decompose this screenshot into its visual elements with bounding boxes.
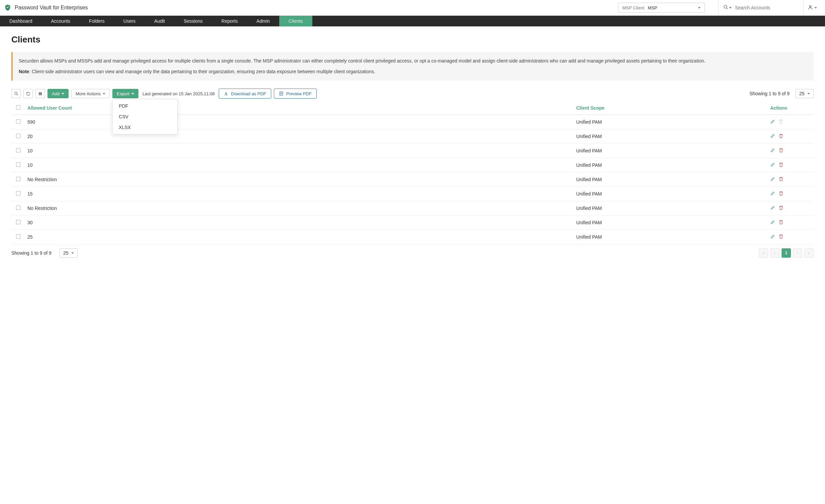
edit-icon[interactable] (770, 205, 775, 211)
header-search[interactable] (718, 0, 804, 16)
user-icon (808, 5, 813, 11)
edit-icon[interactable] (770, 119, 775, 125)
app-title: Password Vault for Enterprises (15, 5, 88, 11)
svg-point-0 (724, 5, 727, 8)
page-size-value: 25 (799, 91, 805, 96)
cell-count: 25 (24, 230, 573, 244)
info-text-1: Securden allows MSPs and MSSPs add and m… (19, 58, 808, 65)
preview-icon (279, 91, 284, 96)
chevron-down-icon (729, 7, 732, 9)
edit-icon[interactable] (770, 220, 775, 226)
add-button[interactable]: Add (48, 89, 69, 98)
chevron-down-icon (71, 252, 74, 254)
export-button[interactable]: Export (112, 89, 138, 98)
table-row: 30Unified PAM (11, 216, 814, 230)
info-banner: Securden allows MSPs and MSSPs add and m… (11, 52, 814, 81)
delete-icon[interactable] (778, 176, 783, 182)
row-checkbox[interactable] (16, 148, 20, 152)
more-actions-label: More Actions (76, 91, 101, 96)
msp-client-label: MSP Client: (622, 5, 645, 10)
page-size-selector-top[interactable]: 25 (796, 89, 814, 98)
svg-line-1 (726, 8, 728, 9)
chevron-down-icon (698, 7, 700, 9)
export-option-pdf[interactable]: PDF (113, 101, 177, 111)
download-icon (224, 91, 228, 96)
page-last-button[interactable]: » (804, 248, 814, 258)
select-all-checkbox[interactable] (16, 105, 20, 110)
edit-icon[interactable] (770, 148, 775, 154)
download-pdf-label: Download as PDF (231, 91, 266, 96)
col-header-count[interactable]: Allowed User Count (24, 101, 573, 115)
nav-item-admin[interactable]: Admin (247, 16, 279, 26)
page-size-value: 25 (63, 250, 69, 256)
row-checkbox[interactable] (16, 220, 20, 224)
nav-item-accounts[interactable]: Accounts (42, 16, 80, 26)
cell-count: No Restriction (24, 172, 573, 187)
preview-pdf-button[interactable]: Preview PDF (274, 89, 317, 99)
delete-icon[interactable] (778, 148, 783, 154)
nav-item-clients[interactable]: Clients (279, 16, 312, 26)
row-checkbox[interactable] (16, 205, 20, 210)
search-input[interactable] (735, 5, 799, 10)
nav-item-dashboard[interactable]: Dashboard (0, 16, 42, 26)
user-menu[interactable] (804, 0, 821, 16)
edit-icon[interactable] (770, 234, 775, 240)
delete-icon[interactable] (778, 205, 783, 211)
row-checkbox[interactable] (16, 162, 20, 167)
cell-scope: Unified PAM (573, 115, 767, 129)
msp-client-selector[interactable]: MSP Client: MSP (618, 3, 705, 13)
table-toolbar: Add More Actions Export PDFCSVXLSX Last … (11, 89, 814, 99)
delete-icon[interactable] (778, 162, 783, 168)
export-option-xlsx[interactable]: XLSX (113, 122, 177, 133)
cell-count: 10 (24, 158, 573, 172)
page-number-button[interactable]: 1 (781, 248, 791, 258)
row-checkbox[interactable] (16, 177, 20, 181)
edit-icon[interactable] (770, 133, 775, 139)
refresh-button[interactable] (23, 89, 33, 98)
cell-scope: Unified PAM (573, 201, 767, 216)
delete-icon (778, 119, 783, 125)
more-actions-button[interactable]: More Actions (71, 89, 110, 98)
page-first-button[interactable]: « (759, 248, 768, 258)
nav-item-users[interactable]: Users (114, 16, 145, 26)
cell-count: 30 (24, 216, 573, 230)
export-option-csv[interactable]: CSV (113, 111, 177, 122)
svg-rect-7 (41, 92, 42, 95)
cell-count: 15 (24, 187, 573, 201)
table-row: 10Unified PAM (11, 158, 814, 172)
msp-client-value: MSP (648, 5, 657, 10)
edit-icon[interactable] (770, 176, 775, 182)
delete-icon[interactable] (778, 234, 783, 240)
download-pdf-button[interactable]: Download as PDF (219, 89, 271, 99)
nav-item-folders[interactable]: Folders (80, 16, 114, 26)
cell-scope: Unified PAM (573, 129, 767, 144)
edit-icon[interactable] (770, 162, 775, 168)
paginator: « ‹ 1 › » (759, 248, 814, 258)
columns-button[interactable] (35, 89, 45, 98)
nav-item-sessions[interactable]: Sessions (174, 16, 212, 26)
showing-text-top: Showing 1 to 9 of 9 (749, 91, 790, 96)
showing-text-bottom: Showing 1 to 9 of 9 (11, 250, 52, 256)
page-next-button[interactable]: › (793, 248, 802, 258)
add-button-label: Add (52, 91, 60, 96)
row-checkbox[interactable] (16, 191, 20, 195)
nav-item-reports[interactable]: Reports (212, 16, 247, 26)
cell-count: No Restriction (24, 201, 573, 216)
row-checkbox[interactable] (16, 234, 20, 239)
delete-icon[interactable] (778, 133, 783, 139)
table-footer: Showing 1 to 9 of 9 25 « ‹ 1 › » (11, 248, 814, 258)
search-button[interactable] (11, 89, 21, 98)
row-checkbox[interactable] (16, 119, 20, 124)
delete-icon[interactable] (778, 191, 783, 197)
nav-item-audit[interactable]: Audit (145, 16, 174, 26)
delete-icon[interactable] (778, 220, 783, 226)
cell-count: 20 (24, 129, 573, 144)
export-button-label: Export (117, 91, 130, 96)
col-header-scope[interactable]: Client Scope (573, 101, 767, 115)
edit-icon[interactable] (770, 191, 775, 197)
page-size-selector-bottom[interactable]: 25 (60, 248, 78, 258)
last-generated-text: Last generated on 15 Jan 2025,11:08 (142, 91, 215, 96)
table-row: No RestrictionUnified PAM (11, 201, 814, 216)
row-checkbox[interactable] (16, 134, 20, 138)
page-prev-button[interactable]: ‹ (770, 248, 779, 258)
